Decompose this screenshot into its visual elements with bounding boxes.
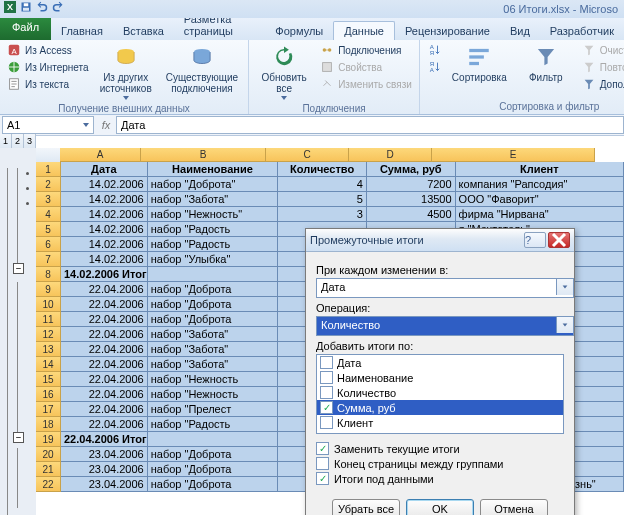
row-header[interactable]: 20 [36,447,61,462]
cell[interactable]: 22.04.2006 [61,372,148,387]
row-header[interactable]: 2 [36,177,61,192]
cell[interactable]: набор "Радость [148,222,279,237]
redo-icon[interactable] [52,0,64,18]
cell[interactable]: набор "Забота" [148,192,279,207]
cell[interactable]: набор "Радость [148,417,279,432]
cell[interactable]: 22.04.2006 [61,342,148,357]
edit-links-button[interactable]: Изменить связи [317,76,415,92]
undo-icon[interactable] [36,0,48,18]
remove-all-button[interactable]: Убрать все [332,499,400,515]
cell[interactable]: 13500 [367,192,456,207]
outline-collapse-1[interactable]: − [13,263,24,274]
tab-data[interactable]: Данные [333,21,395,40]
cell[interactable]: 5 [278,192,367,207]
outline-level-1[interactable]: 1 [0,134,12,148]
select-all[interactable] [36,148,61,163]
cell[interactable]: 4500 [367,207,456,222]
dialog-titlebar[interactable]: Промежуточные итоги ? [306,229,574,252]
row-header[interactable]: 14 [36,357,61,372]
checkbox-icon[interactable] [320,356,333,369]
header-cell[interactable]: Наименование [148,162,279,177]
chevron-down-icon[interactable] [556,317,573,333]
cell[interactable]: ООО "Фаворит" [456,192,624,207]
cell[interactable]: набор "Нежность" [148,207,279,222]
filter-button[interactable]: Фильтр [515,42,577,92]
cell[interactable]: 22.04.2006 [61,282,148,297]
tab-review[interactable]: Рецензирование [395,22,500,40]
cell[interactable]: фирма "Нирвана" [456,207,624,222]
listbox-item[interactable]: Наименование [317,370,563,385]
header-cell[interactable]: Количество [278,162,367,177]
col-header-b[interactable]: B [141,148,266,162]
checkbox-icon[interactable] [320,401,333,414]
operation-select[interactable]: Количество [316,316,574,336]
cell[interactable]: набор "Забота" [148,357,279,372]
row-header[interactable]: 13 [36,342,61,357]
cancel-button[interactable]: Отмена [480,499,548,515]
connections-button[interactable]: Подключения [317,42,415,58]
cell[interactable]: набор "Доброта" [148,177,279,192]
close-button[interactable] [548,232,570,248]
formula-input[interactable]: Дата [116,116,624,134]
cell[interactable]: 14.02.2006 [61,222,148,237]
cell[interactable]: 22.04.2006 [61,417,148,432]
cell[interactable]: набор "Нежность [148,387,279,402]
cell[interactable]: 22.04.2006 [61,327,148,342]
cell[interactable]: 22.04.2006 [61,402,148,417]
cell[interactable]: 22.04.2006 Итог [61,432,148,447]
chevron-down-icon[interactable] [83,123,89,127]
cell[interactable]: 4 [278,177,367,192]
sort-asc-button[interactable]: АЯ [424,42,444,58]
row-header[interactable]: 16 [36,387,61,402]
advanced-filter-button[interactable]: Дополнительно [579,76,624,92]
row-header[interactable]: 1 [36,162,61,177]
cell[interactable]: 14.02.2006 [61,192,148,207]
cell[interactable]: набор "Доброта [148,297,279,312]
help-button[interactable]: ? [524,232,546,248]
outline-level-2[interactable]: 2 [12,134,24,148]
row-header[interactable]: 4 [36,207,61,222]
cell[interactable]: 22.04.2006 [61,297,148,312]
row-header[interactable]: 11 [36,312,61,327]
from-access-button[interactable]: AИз Access [4,42,92,58]
cell[interactable]: набор "Забота" [148,327,279,342]
cell[interactable]: компания "Рапсодия" [456,177,624,192]
tab-view[interactable]: Вид [500,22,540,40]
row-header[interactable]: 19 [36,432,61,447]
cell[interactable]: 23.04.2006 [61,447,148,462]
cell[interactable]: набор "Доброта [148,312,279,327]
from-other-sources-button[interactable]: Из других источников [94,42,158,102]
row-header[interactable]: 22 [36,477,61,492]
sort-desc-button[interactable]: ЯА [424,59,444,75]
col-header-a[interactable]: A [60,148,141,162]
cell[interactable]: 22.04.2006 [61,312,148,327]
listbox-item[interactable]: Дата [317,355,563,370]
from-web-button[interactable]: Из Интернета [4,59,92,75]
sort-button[interactable]: Сортировка [446,42,513,92]
file-tab[interactable]: Файл [0,17,51,40]
fx-label[interactable]: fx [96,119,116,131]
properties-button[interactable]: Свойства [317,59,415,75]
refresh-all-button[interactable]: Обновить все [253,42,315,102]
checkbox-icon[interactable] [320,371,333,384]
cell[interactable]: набор "Доброта [148,477,279,492]
col-header-d[interactable]: D [349,148,432,162]
row-header[interactable]: 21 [36,462,61,477]
cell[interactable]: 14.02.2006 [61,237,148,252]
row-header[interactable]: 8 [36,267,61,282]
checkbox-icon[interactable] [320,386,333,399]
pagebreak-checkbox-row[interactable]: Конец страницы между группами [316,457,564,470]
tab-home[interactable]: Главная [51,22,113,40]
cell[interactable]: набор "Забота" [148,342,279,357]
row-header[interactable]: 5 [36,222,61,237]
cell[interactable] [148,267,278,282]
from-text-button[interactable]: Из текста [4,76,92,92]
cell[interactable]: 23.04.2006 [61,462,148,477]
cell[interactable]: 14.02.2006 [61,177,148,192]
checkbox-icon[interactable] [316,442,329,455]
header-cell[interactable]: Дата [61,162,148,177]
save-icon[interactable] [20,0,32,18]
cell[interactable]: набор "Доброта [148,282,279,297]
checkbox-icon[interactable] [316,472,329,485]
replace-checkbox-row[interactable]: Заменить текущие итоги [316,442,564,455]
